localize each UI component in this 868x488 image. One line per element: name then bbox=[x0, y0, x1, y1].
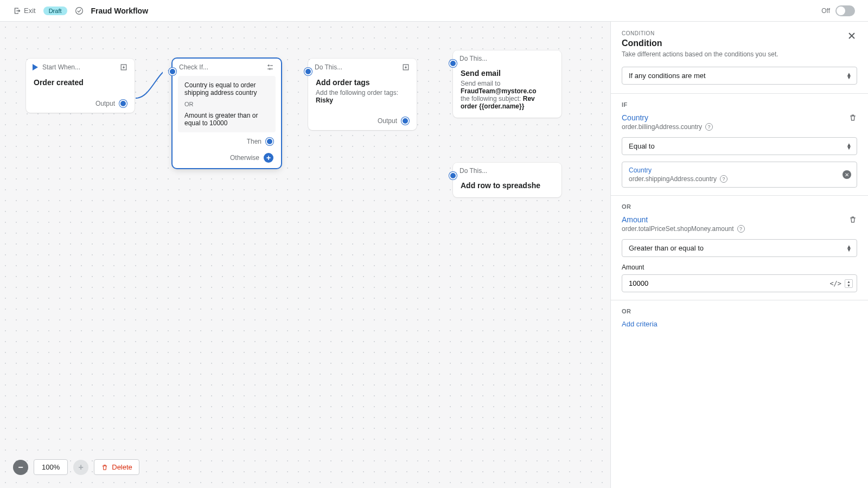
if-label: IF bbox=[622, 101, 857, 108]
branch-icon[interactable] bbox=[266, 63, 275, 72]
node-trigger-header: Start When... bbox=[26, 59, 135, 76]
or-section: OR Amount order.totalPriceSet.shopMoney.… bbox=[611, 196, 868, 300]
zoom-value[interactable]: 100% bbox=[34, 459, 68, 475]
amount-path: order.totalPriceSet.shopMoney.amount ? bbox=[622, 225, 745, 233]
download-icon[interactable] bbox=[119, 63, 128, 72]
amount-title[interactable]: Amount bbox=[622, 215, 745, 224]
help-icon[interactable]: ? bbox=[705, 123, 713, 131]
port-input[interactable] bbox=[304, 68, 312, 75]
port-input[interactable] bbox=[449, 172, 457, 179]
country-value-token[interactable]: Country order.shippingAddress.country ? … bbox=[622, 162, 857, 188]
cond-line-1: Country is equal to order shipping addre… bbox=[184, 81, 269, 97]
play-icon bbox=[33, 64, 38, 70]
download-icon[interactable] bbox=[401, 63, 410, 72]
inspector-panel: CONDITION Condition Take different actio… bbox=[610, 22, 868, 488]
header-right: Off bbox=[821, 5, 855, 16]
node-email-label: Do This... bbox=[459, 55, 487, 62]
trash-icon[interactable] bbox=[848, 215, 857, 224]
delete-button[interactable]: Delete bbox=[94, 459, 139, 475]
zoom-controls: − 100% + Delete bbox=[13, 459, 139, 475]
node-send-email[interactable]: Do This... Send email Send email to Frau… bbox=[453, 50, 561, 118]
node-condition[interactable]: Check If... Country is equal to order sh… bbox=[173, 59, 281, 168]
exit-button[interactable]: Exit bbox=[13, 7, 36, 15]
node-trigger[interactable]: Start When... Order created Output bbox=[26, 59, 135, 113]
close-icon[interactable] bbox=[846, 30, 857, 41]
token-title: Country bbox=[629, 166, 837, 174]
output-label: Output bbox=[95, 100, 115, 107]
cond-line-2: Amount is greater than or equal to 10000 bbox=[184, 112, 269, 127]
draft-badge: Draft bbox=[43, 7, 67, 15]
zoom-in-button[interactable]: + bbox=[73, 460, 88, 475]
port-output[interactable] bbox=[119, 100, 127, 107]
node-spreadsheet[interactable]: Do This... Add row to spreadshe bbox=[453, 163, 561, 197]
node-sheet-label: Do This... bbox=[459, 167, 487, 175]
clear-token-icon[interactable]: ✕ bbox=[843, 170, 851, 179]
toggle-label: Off bbox=[821, 7, 830, 15]
workflow-toggle[interactable] bbox=[835, 5, 855, 16]
port-output[interactable] bbox=[401, 117, 409, 125]
token-path: order.shippingAddress.country ? bbox=[629, 175, 837, 183]
amount-input-suffix: </> ▲▼ bbox=[829, 279, 853, 288]
country-field-row: Country order.billingAddress.country ? bbox=[622, 113, 857, 131]
match-mode-select-row: If any conditions are met ▲▼ bbox=[622, 67, 857, 85]
amount-operator-select[interactable]: Greater than or equal to bbox=[622, 239, 857, 257]
amount-input[interactable] bbox=[622, 274, 857, 292]
node-tags-header: Do This... bbox=[308, 59, 417, 76]
country-title[interactable]: Country bbox=[622, 113, 713, 122]
svg-point-0 bbox=[75, 7, 82, 14]
node-condition-header: Check If... bbox=[173, 59, 281, 76]
trash-icon bbox=[101, 464, 108, 471]
node-trigger-footer: Output bbox=[26, 94, 135, 113]
port-then[interactable] bbox=[266, 138, 273, 145]
exit-label: Exit bbox=[24, 7, 36, 15]
amount-field-row: Amount order.totalPriceSet.shopMoney.amo… bbox=[622, 215, 857, 233]
node-condition-label: Check If... bbox=[179, 63, 208, 71]
condition-summary: Country is equal to order shipping addre… bbox=[178, 76, 276, 132]
code-icon[interactable]: </> bbox=[829, 280, 841, 287]
then-label: Then bbox=[247, 138, 261, 145]
otherwise-row: Otherwise + bbox=[173, 151, 281, 168]
node-email-header: Do This... bbox=[453, 50, 561, 67]
node-tags-label: Do This... bbox=[315, 63, 342, 71]
or2-section: OR Add criteria bbox=[611, 300, 868, 336]
node-email-sub: Send email to FraudTeam@mystore.co the f… bbox=[461, 80, 554, 110]
or2-label: OR bbox=[622, 308, 857, 314]
number-spinner[interactable]: ▲▼ bbox=[845, 279, 853, 288]
inspector-header: CONDITION Condition Take different actio… bbox=[611, 22, 868, 67]
add-criteria-button[interactable]: Add criteria bbox=[622, 320, 857, 328]
country-operator-select[interactable]: Equal to bbox=[622, 137, 857, 155]
delete-label: Delete bbox=[112, 463, 132, 471]
cond-or: OR bbox=[184, 101, 269, 107]
country-path: order.billingAddress.country ? bbox=[622, 123, 713, 131]
otherwise-label: Otherwise bbox=[230, 154, 259, 162]
checkmark-icon bbox=[75, 7, 84, 15]
node-trigger-title: Order created bbox=[34, 78, 127, 87]
help-icon[interactable]: ? bbox=[720, 175, 727, 183]
inspector-title: Condition bbox=[622, 38, 778, 48]
node-tags-sub: Add the following order tags: Risky bbox=[316, 89, 409, 104]
node-add-tags[interactable]: Do This... Add order tags Add the follow… bbox=[308, 59, 417, 130]
add-otherwise-button[interactable]: + bbox=[264, 153, 273, 163]
inspector-overline: CONDITION bbox=[622, 30, 778, 36]
inspector-desc: Take different actions based on the cond… bbox=[622, 50, 778, 58]
node-tags-footer: Output bbox=[308, 112, 417, 130]
or-label: OR bbox=[622, 203, 857, 210]
node-email-title: Send email bbox=[461, 69, 554, 78]
port-input[interactable] bbox=[169, 68, 176, 75]
node-tags-title: Add order tags bbox=[316, 78, 409, 87]
country-operator-row: Equal to ▲▼ bbox=[622, 137, 857, 155]
header-left: Exit Draft Fraud Workflow bbox=[13, 7, 148, 15]
match-mode-select[interactable]: If any conditions are met bbox=[622, 67, 857, 85]
node-sheet-header: Do This... bbox=[453, 163, 561, 179]
node-trigger-label: Start When... bbox=[42, 63, 80, 71]
then-row: Then bbox=[173, 132, 281, 151]
country-value-row: Country order.shippingAddress.country ? … bbox=[622, 162, 857, 188]
amount-field-label: Amount bbox=[622, 264, 857, 271]
port-input[interactable] bbox=[449, 60, 457, 67]
zoom-out-button[interactable]: − bbox=[13, 460, 28, 475]
trash-icon[interactable] bbox=[848, 113, 857, 122]
help-icon[interactable]: ? bbox=[737, 225, 745, 233]
if-section: IF Country order.billingAddress.country … bbox=[611, 94, 868, 195]
app-header: Exit Draft Fraud Workflow Off bbox=[0, 0, 868, 22]
output-label: Output bbox=[378, 117, 397, 125]
